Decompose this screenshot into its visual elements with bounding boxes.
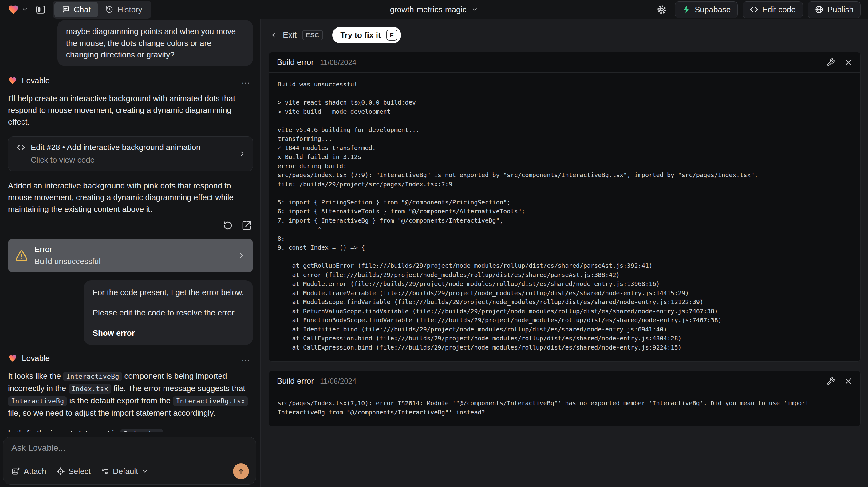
close-icon[interactable]	[844, 58, 852, 66]
publish-label: Publish	[828, 5, 854, 14]
lovable-heart-icon	[8, 76, 17, 85]
build-error-title: Build error	[277, 376, 314, 386]
fix-wrench-icon[interactable]	[827, 377, 835, 386]
build-error-panel-header: Build error 11/08/2024	[269, 371, 860, 391]
close-icon[interactable]	[844, 377, 852, 385]
build-error-log[interactable]: Build was unsuccessful > vite_react_shad…	[269, 72, 860, 361]
assistant-name: Lovable	[22, 76, 50, 86]
build-error-title: Build error	[277, 58, 314, 67]
more-options-icon[interactable]: …	[239, 75, 253, 86]
sliders-icon	[100, 467, 109, 476]
user-message: For the code present, I get the error be…	[84, 280, 253, 345]
chevron-left-icon	[270, 31, 277, 39]
model-selector[interactable]: Default	[100, 467, 148, 476]
preview-header: Exit ESC Try to fix it F	[270, 27, 861, 43]
sidebar-panel-icon	[35, 4, 46, 15]
chevron-down-icon	[471, 6, 478, 13]
assistant-message-header: Lovable …	[8, 75, 253, 86]
top-bar: Chat History growth-metrics-magic S	[0, 0, 868, 19]
project-name: growth-metrics-magic	[390, 5, 467, 14]
esc-key-badge: ESC	[302, 30, 323, 40]
build-error-panel-1: Build error 11/08/2024 Build was unsucce…	[269, 52, 861, 362]
chat-history-tab-group: Chat History	[53, 1, 151, 19]
assistant-text: Added an interactive background with pin…	[8, 180, 253, 215]
sidebar-toggle-button[interactable]	[34, 3, 47, 16]
build-error-panel-header: Build error 11/08/2024	[269, 52, 860, 72]
console-output: src/pages/Index.tsx(7,10): error TS2614:…	[278, 399, 852, 417]
chat-input[interactable]	[11, 443, 249, 458]
gear-icon	[657, 5, 667, 14]
edit-code-label: Edit code	[762, 5, 796, 14]
exit-label: Exit	[283, 30, 297, 40]
chevron-down-icon	[22, 6, 28, 13]
exit-button[interactable]: Exit ESC	[270, 30, 323, 40]
error-card-title: Error	[34, 245, 231, 254]
build-error-card[interactable]: Error Build unsuccessful	[8, 239, 253, 272]
globe-icon	[815, 5, 824, 14]
chevron-right-icon	[238, 251, 246, 260]
edit-code-button[interactable]: Edit code	[743, 1, 803, 18]
lovable-heart-icon	[7, 4, 19, 15]
history-clock-icon	[105, 5, 114, 13]
chat-bubble-icon	[62, 5, 70, 13]
lovable-heart-icon	[8, 354, 17, 363]
preview-panel: Exit ESC Try to fix it F Build error 11/…	[261, 19, 868, 487]
edit-28-title: Edit #28 • Add interactive background an…	[31, 143, 201, 152]
f-key-badge: F	[386, 30, 397, 40]
chat-panel: maybe diagramming points and when you mo…	[0, 19, 261, 487]
send-button[interactable]	[233, 463, 249, 479]
console-output: Build was unsuccessful > vite_react_shad…	[278, 80, 852, 352]
build-error-date: 11/08/2024	[320, 58, 356, 67]
chevron-right-icon	[239, 150, 246, 157]
lovable-logo-menu[interactable]	[7, 4, 28, 15]
supabase-bolt-icon	[682, 5, 691, 14]
supabase-label: Supabase	[695, 5, 731, 14]
build-error-log[interactable]: src/pages/Index.tsx(7,10): error TS2614:…	[269, 391, 860, 426]
open-external-icon[interactable]	[242, 220, 252, 231]
warning-triangle-icon	[16, 249, 28, 262]
user-message: maybe diagramming points and when you mo…	[58, 20, 253, 66]
tab-history[interactable]: History	[98, 2, 150, 17]
code-brackets-icon	[16, 143, 25, 152]
fix-wrench-icon[interactable]	[827, 58, 835, 67]
select-button[interactable]: Select	[56, 467, 91, 476]
user-message-line: Please edit the code to resolve the erro…	[93, 307, 244, 318]
publish-button[interactable]: Publish	[808, 1, 861, 18]
attach-button[interactable]: Attach	[11, 467, 46, 476]
assistant-text: I'll help create an interactive backgrou…	[8, 93, 253, 128]
more-options-icon[interactable]: …	[239, 353, 253, 363]
attach-label: Attach	[24, 467, 46, 476]
chat-message-list[interactable]: maybe diagramming points and when you mo…	[0, 19, 260, 432]
fix-button-label: Try to fix it	[340, 30, 380, 40]
code-brackets-icon	[750, 5, 758, 14]
select-label: Select	[68, 467, 91, 476]
assistant-message-header: Lovable …	[8, 353, 253, 363]
assistant-text-with-code: Let's fix the import statement in Index.…	[8, 427, 253, 432]
image-plus-icon	[11, 467, 20, 476]
user-message-line: For the code present, I get the error be…	[93, 286, 244, 298]
model-label: Default	[113, 467, 138, 476]
edit-28-subtitle: Click to view code	[31, 155, 236, 165]
tab-history-label: History	[117, 5, 142, 14]
retry-icon[interactable]	[223, 220, 233, 231]
assistant-text-with-code: It looks like the InteractiveBg componen…	[8, 370, 253, 419]
build-error-panel-2: Build error 11/08/2024 src/pages/Index.t…	[269, 371, 861, 426]
message-actions	[8, 220, 253, 231]
chat-composer: Attach Select Default	[3, 436, 256, 485]
arrow-up-icon	[237, 467, 245, 475]
tab-chat[interactable]: Chat	[54, 2, 98, 17]
project-switcher[interactable]: growth-metrics-magic	[390, 5, 478, 14]
edit-28-card[interactable]: Edit #28 • Add interactive background an…	[8, 136, 253, 171]
supabase-button[interactable]: Supabase	[675, 1, 738, 18]
assistant-name: Lovable	[22, 354, 50, 363]
error-card-subtitle: Build unsuccessful	[34, 257, 231, 266]
show-error-link[interactable]: Show error	[93, 327, 244, 339]
build-error-date: 11/08/2024	[320, 377, 356, 386]
chevron-down-icon	[142, 468, 148, 475]
target-select-icon	[56, 467, 65, 476]
tab-chat-label: Chat	[74, 5, 91, 14]
settings-button[interactable]	[653, 2, 670, 18]
try-to-fix-button[interactable]: Try to fix it F	[332, 27, 401, 43]
